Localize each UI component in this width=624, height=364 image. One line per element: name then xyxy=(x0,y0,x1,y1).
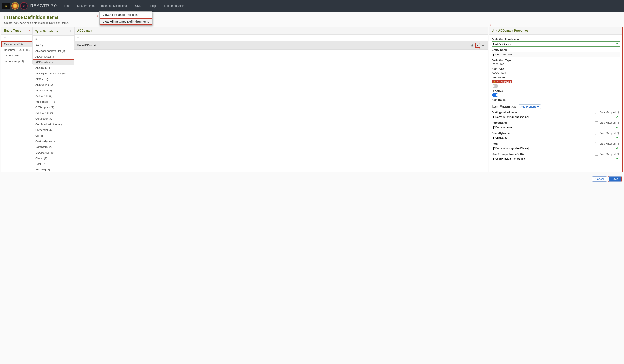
data-mapped-checkbox[interactable] xyxy=(595,121,598,124)
type-definition-item[interactable]: ADGroup (43) xyxy=(33,65,74,71)
topbar: ★ REACTR 2.0 Home RPS Patches Instance D… xyxy=(0,0,624,12)
main-nav: Home RPS Patches Instance Definitions CM… xyxy=(62,3,185,9)
entity-type-item[interactable]: Target Group (4) xyxy=(1,58,32,64)
add-property-button[interactable]: Add Property+ xyxy=(519,104,541,109)
value-item-type: ADDomain xyxy=(492,71,620,74)
entity-types-title: Entity Types xyxy=(4,29,21,32)
nav-rps[interactable]: RPS Patches xyxy=(76,3,95,9)
dropdown-view-all-def-items[interactable]: View All Instance Definition Items xyxy=(100,18,152,25)
filter-icon: ≡ xyxy=(4,36,6,40)
data-mapped-checkbox[interactable] xyxy=(595,142,598,145)
type-definitions-filter[interactable]: ≡ xyxy=(33,36,75,43)
badge-not-approved-text: Not Approved xyxy=(497,80,511,83)
button-bar: Cancel Save 6 xyxy=(0,174,624,182)
properties-panel: 5 Unit-ADDomain Properties Definition It… xyxy=(489,26,623,172)
main-panels: Entity Types 2 ≡ Resource (443)Resource … xyxy=(0,26,624,174)
property-value-input[interactable] xyxy=(492,146,620,151)
type-definition-item[interactable]: IPConfig (2) xyxy=(33,167,74,172)
delete-property-icon[interactable] xyxy=(617,111,620,114)
type-definition-item[interactable]: AA (1) xyxy=(33,43,74,48)
annotation-5: 5 xyxy=(490,24,491,26)
type-definition-item[interactable]: ADSiteLink (5) xyxy=(33,82,74,88)
brand: REACTR 2.0 xyxy=(30,3,57,9)
dropdown-view-all-defs[interactable]: View All Instance Definitions xyxy=(100,11,152,18)
entity-type-item[interactable]: Target (129) xyxy=(1,53,32,58)
delete-icon[interactable] xyxy=(470,43,475,48)
property-row: ForestNameData Mapped✔ xyxy=(492,121,620,130)
property-name: Path xyxy=(492,142,498,145)
entity-type-item[interactable]: Resource (443) xyxy=(1,41,32,47)
item-properties-title: Item Properties xyxy=(492,105,516,108)
army-logo: ★ xyxy=(2,3,10,9)
delete-property-icon[interactable] xyxy=(617,153,620,156)
type-definition-item[interactable]: AiaUriPath (2) xyxy=(33,93,74,99)
check-icon: ✔ xyxy=(616,157,619,160)
property-value-input[interactable] xyxy=(492,156,620,161)
type-definition-item[interactable]: BaseImage (21) xyxy=(33,99,74,104)
data-mapped-label: Data Mapped xyxy=(599,153,616,156)
nav-cms[interactable]: CMS xyxy=(134,3,144,9)
label-entity-name: Entity Name xyxy=(492,48,620,52)
type-definition-item[interactable]: CATemplate (7) xyxy=(33,104,74,110)
input-def-item-name[interactable] xyxy=(492,41,620,47)
instance-list-filter[interactable]: ≡ xyxy=(75,34,488,41)
instance-row[interactable]: Unit-ADDomain xyxy=(75,41,488,50)
type-definition-item[interactable]: ADSubnet (5) xyxy=(33,88,74,93)
type-definition-item[interactable]: ADOrganizationalUnit (56) xyxy=(33,71,74,76)
property-row: PathData Mapped✔ xyxy=(492,142,620,151)
properties-title: Unit-ADDomain Properties xyxy=(492,29,529,32)
delete-property-icon[interactable] xyxy=(617,142,620,145)
type-definitions-header: Type Definitions + xyxy=(33,26,75,36)
entity-types-filter[interactable]: ≡ xyxy=(1,34,33,41)
nav-home[interactable]: Home xyxy=(62,3,71,9)
property-row: DistinguishednameData Mapped✔ xyxy=(492,111,620,119)
instance-list-title: ADDomain xyxy=(77,29,92,32)
copy-icon[interactable] xyxy=(481,43,486,48)
annotation-4: 4 xyxy=(479,47,480,49)
data-mapped-label: Data Mapped xyxy=(599,111,616,114)
toggle-is-active[interactable] xyxy=(492,93,498,97)
label-is-active: Is Active xyxy=(492,89,620,92)
data-mapped-checkbox[interactable] xyxy=(595,132,598,135)
add-type-definition-button[interactable]: + xyxy=(70,29,72,33)
nav-instance-definitions[interactable]: Instance Definitions xyxy=(101,3,129,9)
delete-property-icon[interactable] xyxy=(617,121,620,124)
nav-help[interactable]: Help xyxy=(149,3,159,9)
property-name: ForestName xyxy=(492,121,507,124)
type-definition-item[interactable]: CdpUriPath (3) xyxy=(33,110,74,116)
type-definition-item[interactable]: CertificationAuthority (1) xyxy=(33,122,74,127)
property-value-input[interactable] xyxy=(492,114,620,119)
property-value-input[interactable] xyxy=(492,135,620,140)
page-header: Instance Definition Items Create, edit, … xyxy=(0,12,624,26)
entity-type-item[interactable]: Resource Group (18) xyxy=(1,47,32,53)
type-definition-item[interactable]: Host (3) xyxy=(33,161,74,167)
property-name: UserPrincipalNameSuffix xyxy=(492,153,524,156)
toggle-item-state[interactable] xyxy=(492,84,498,88)
type-definition-item[interactable]: ADSite (5) xyxy=(33,76,74,82)
property-value-input[interactable] xyxy=(492,125,620,130)
type-definition-item[interactable]: DataStore (2) xyxy=(33,144,74,150)
type-definition-item[interactable]: ADAccessControlList (1) xyxy=(33,48,74,54)
cancel-button[interactable]: Cancel xyxy=(592,176,607,182)
property-row: UserPrincipalNameSuffixData Mapped✔ xyxy=(492,153,620,161)
filter-icon: ≡ xyxy=(35,37,37,41)
type-definition-item[interactable]: DSCPartial (59) xyxy=(33,150,74,156)
input-entity-name[interactable] xyxy=(492,52,620,57)
delete-property-icon[interactable] xyxy=(617,132,620,135)
label-def-item-name: Definition Item Name xyxy=(492,38,620,41)
type-definition-item[interactable]: Global (2) xyxy=(33,156,74,161)
nav-docs[interactable]: Documentation xyxy=(163,3,185,9)
data-mapped-checkbox[interactable] xyxy=(595,153,598,156)
data-mapped-label: Data Mapped xyxy=(599,121,616,124)
type-definition-item[interactable]: ADComputer (7) xyxy=(33,54,74,59)
check-icon: ✔ xyxy=(616,126,619,129)
type-definition-item[interactable]: Crl (3) xyxy=(33,133,74,138)
type-definition-item[interactable]: Certificate (30) xyxy=(33,116,74,122)
instance-row-name: Unit-ADDomain xyxy=(77,44,97,47)
type-definition-item[interactable]: ADDomain (1) xyxy=(33,59,74,65)
type-definition-item[interactable]: Credential (42) xyxy=(33,127,74,133)
type-definition-item[interactable]: CustomType (1) xyxy=(33,138,74,144)
save-button[interactable]: Save xyxy=(608,176,621,182)
instance-row-actions xyxy=(470,43,486,48)
data-mapped-checkbox[interactable] xyxy=(595,111,598,114)
